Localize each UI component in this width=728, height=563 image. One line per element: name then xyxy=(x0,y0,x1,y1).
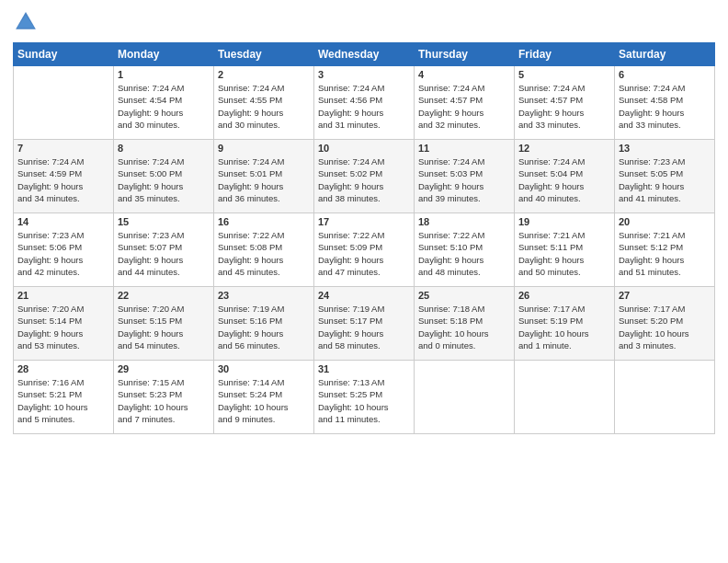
day-info: Sunrise: 7:24 AMSunset: 5:02 PMDaylight:… xyxy=(318,155,410,204)
calendar-cell: 11Sunrise: 7:24 AMSunset: 5:03 PMDayligh… xyxy=(415,140,515,213)
day-number: 29 xyxy=(118,363,210,374)
day-number: 13 xyxy=(619,143,711,154)
day-info: Sunrise: 7:15 AMSunset: 5:23 PMDaylight:… xyxy=(118,376,210,425)
calendar-cell: 7Sunrise: 7:24 AMSunset: 4:59 PMDaylight… xyxy=(14,140,114,213)
day-info: Sunrise: 7:24 AMSunset: 5:04 PMDaylight:… xyxy=(518,155,610,204)
day-number: 16 xyxy=(218,216,310,227)
day-number: 23 xyxy=(218,290,310,301)
day-info: Sunrise: 7:19 AMSunset: 5:17 PMDaylight:… xyxy=(318,303,410,351)
day-info: Sunrise: 7:22 AMSunset: 5:09 PMDaylight:… xyxy=(318,229,410,278)
day-number: 12 xyxy=(518,143,610,154)
day-info: Sunrise: 7:17 AMSunset: 5:20 PMDaylight:… xyxy=(619,303,711,351)
weekday-header-friday: Friday xyxy=(515,43,615,66)
day-number: 11 xyxy=(418,143,510,154)
weekday-header-saturday: Saturday xyxy=(615,43,715,66)
day-info: Sunrise: 7:24 AMSunset: 4:54 PMDaylight:… xyxy=(118,82,210,131)
day-info: Sunrise: 7:17 AMSunset: 5:19 PMDaylight:… xyxy=(518,303,610,351)
day-info: Sunrise: 7:24 AMSunset: 4:57 PMDaylight:… xyxy=(518,82,610,131)
calendar-cell: 19Sunrise: 7:21 AMSunset: 5:11 PMDayligh… xyxy=(515,213,615,287)
day-info: Sunrise: 7:24 AMSunset: 5:01 PMDaylight:… xyxy=(218,155,310,204)
day-info: Sunrise: 7:13 AMSunset: 5:25 PMDaylight:… xyxy=(318,376,410,425)
weekday-header-sunday: Sunday xyxy=(14,43,114,66)
day-info: Sunrise: 7:18 AMSunset: 5:18 PMDaylight:… xyxy=(418,303,510,351)
day-info: Sunrise: 7:24 AMSunset: 5:03 PMDaylight:… xyxy=(418,155,510,204)
calendar-cell xyxy=(515,361,615,434)
day-info: Sunrise: 7:21 AMSunset: 5:12 PMDaylight:… xyxy=(619,229,711,278)
day-number: 5 xyxy=(518,69,610,80)
calendar-table: SundayMondayTuesdayWednesdayThursdayFrid… xyxy=(13,42,715,434)
calendar-cell: 2Sunrise: 7:24 AMSunset: 4:55 PMDaylight… xyxy=(214,66,314,140)
calendar-cell: 21Sunrise: 7:20 AMSunset: 5:14 PMDayligh… xyxy=(14,287,114,361)
calendar-cell: 8Sunrise: 7:24 AMSunset: 5:00 PMDaylight… xyxy=(114,140,214,213)
day-number: 20 xyxy=(619,216,711,227)
day-info: Sunrise: 7:16 AMSunset: 5:21 PMDaylight:… xyxy=(17,376,109,425)
header xyxy=(13,9,715,35)
day-number: 8 xyxy=(118,143,210,154)
day-number: 15 xyxy=(118,216,210,227)
weekday-header-wednesday: Wednesday xyxy=(314,43,415,66)
calendar-cell: 14Sunrise: 7:23 AMSunset: 5:06 PMDayligh… xyxy=(14,213,114,287)
day-number: 26 xyxy=(518,290,610,301)
day-number: 2 xyxy=(218,69,310,80)
day-number: 30 xyxy=(218,363,310,374)
day-number: 6 xyxy=(619,69,711,80)
day-number: 1 xyxy=(118,69,210,80)
logo xyxy=(13,9,42,35)
day-number: 21 xyxy=(17,290,109,301)
weekday-header-monday: Monday xyxy=(114,43,214,66)
day-info: Sunrise: 7:24 AMSunset: 4:55 PMDaylight:… xyxy=(218,82,310,131)
day-number: 18 xyxy=(418,216,510,227)
day-info: Sunrise: 7:20 AMSunset: 5:15 PMDaylight:… xyxy=(118,303,210,351)
calendar-cell: 31Sunrise: 7:13 AMSunset: 5:25 PMDayligh… xyxy=(314,361,415,434)
day-number: 3 xyxy=(318,69,410,80)
calendar-cell: 1Sunrise: 7:24 AMSunset: 4:54 PMDaylight… xyxy=(114,66,214,140)
calendar-cell: 16Sunrise: 7:22 AMSunset: 5:08 PMDayligh… xyxy=(214,213,314,287)
day-info: Sunrise: 7:22 AMSunset: 5:10 PMDaylight:… xyxy=(418,229,510,278)
day-info: Sunrise: 7:20 AMSunset: 5:14 PMDaylight:… xyxy=(17,303,109,351)
day-info: Sunrise: 7:24 AMSunset: 4:59 PMDaylight:… xyxy=(17,155,109,204)
calendar-week-row: 7Sunrise: 7:24 AMSunset: 4:59 PMDaylight… xyxy=(14,140,715,213)
day-info: Sunrise: 7:21 AMSunset: 5:11 PMDaylight:… xyxy=(518,229,610,278)
weekday-header-thursday: Thursday xyxy=(415,43,515,66)
day-number: 17 xyxy=(318,216,410,227)
day-info: Sunrise: 7:22 AMSunset: 5:08 PMDaylight:… xyxy=(218,229,310,278)
calendar-week-row: 14Sunrise: 7:23 AMSunset: 5:06 PMDayligh… xyxy=(14,213,715,287)
calendar-cell: 30Sunrise: 7:14 AMSunset: 5:24 PMDayligh… xyxy=(214,361,314,434)
calendar-cell xyxy=(615,361,715,434)
day-number: 4 xyxy=(418,69,510,80)
calendar-cell: 26Sunrise: 7:17 AMSunset: 5:19 PMDayligh… xyxy=(515,287,615,361)
day-number: 7 xyxy=(17,143,109,154)
calendar-cell: 28Sunrise: 7:16 AMSunset: 5:21 PMDayligh… xyxy=(14,361,114,434)
calendar-cell: 17Sunrise: 7:22 AMSunset: 5:09 PMDayligh… xyxy=(314,213,415,287)
calendar-cell: 23Sunrise: 7:19 AMSunset: 5:16 PMDayligh… xyxy=(214,287,314,361)
calendar-cell: 9Sunrise: 7:24 AMSunset: 5:01 PMDaylight… xyxy=(214,140,314,213)
day-info: Sunrise: 7:23 AMSunset: 5:07 PMDaylight:… xyxy=(118,229,210,278)
calendar-cell: 18Sunrise: 7:22 AMSunset: 5:10 PMDayligh… xyxy=(415,213,515,287)
calendar-cell: 5Sunrise: 7:24 AMSunset: 4:57 PMDaylight… xyxy=(515,66,615,140)
day-number: 14 xyxy=(17,216,109,227)
day-info: Sunrise: 7:14 AMSunset: 5:24 PMDaylight:… xyxy=(218,376,310,425)
calendar-cell: 20Sunrise: 7:21 AMSunset: 5:12 PMDayligh… xyxy=(615,213,715,287)
calendar-cell xyxy=(415,361,515,434)
calendar-cell: 4Sunrise: 7:24 AMSunset: 4:57 PMDaylight… xyxy=(415,66,515,140)
svg-marker-1 xyxy=(17,15,35,28)
day-number: 22 xyxy=(118,290,210,301)
day-number: 19 xyxy=(518,216,610,227)
day-info: Sunrise: 7:23 AMSunset: 5:06 PMDaylight:… xyxy=(17,229,109,278)
calendar-cell xyxy=(14,66,114,140)
day-number: 9 xyxy=(218,143,310,154)
day-number: 25 xyxy=(418,290,510,301)
calendar-cell: 12Sunrise: 7:24 AMSunset: 5:04 PMDayligh… xyxy=(515,140,615,213)
calendar-cell: 27Sunrise: 7:17 AMSunset: 5:20 PMDayligh… xyxy=(615,287,715,361)
day-info: Sunrise: 7:24 AMSunset: 4:56 PMDaylight:… xyxy=(318,82,410,131)
calendar-cell: 10Sunrise: 7:24 AMSunset: 5:02 PMDayligh… xyxy=(314,140,415,213)
calendar-cell: 22Sunrise: 7:20 AMSunset: 5:15 PMDayligh… xyxy=(114,287,214,361)
page: SundayMondayTuesdayWednesdayThursdayFrid… xyxy=(0,0,728,563)
day-info: Sunrise: 7:24 AMSunset: 5:00 PMDaylight:… xyxy=(118,155,210,204)
day-number: 28 xyxy=(17,363,109,374)
day-number: 24 xyxy=(318,290,410,301)
calendar-cell: 6Sunrise: 7:24 AMSunset: 4:58 PMDaylight… xyxy=(615,66,715,140)
logo-icon xyxy=(13,9,39,35)
day-info: Sunrise: 7:24 AMSunset: 4:57 PMDaylight:… xyxy=(418,82,510,131)
day-number: 27 xyxy=(619,290,711,301)
